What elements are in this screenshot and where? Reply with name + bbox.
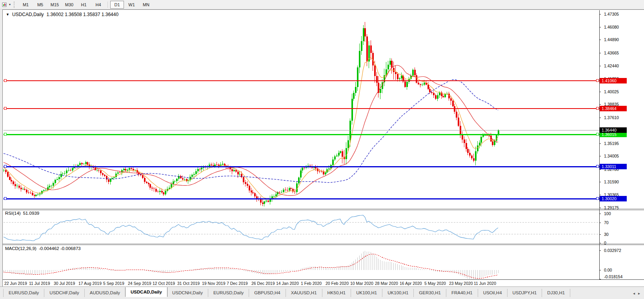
time-axis-label: 10 Mar 2020 (350, 281, 373, 286)
price-axis-label: 1.37610 (604, 115, 619, 120)
hline-handle[interactable] (4, 133, 7, 136)
timeframe-buttons: M1M5M15M30H1H4D1W1MN (19, 1, 153, 9)
timeframe-m1[interactable]: M1 (19, 1, 33, 9)
hline-handle[interactable] (596, 197, 599, 200)
price-axis-tick (599, 143, 601, 144)
panel-divider[interactable] (3, 243, 644, 244)
timeframe-m5[interactable]: M5 (33, 1, 47, 9)
rsi-axis-tick (599, 234, 601, 235)
rsi-series (4, 215, 599, 241)
panel-divider[interactable] (3, 210, 644, 210)
tab-eurusd-daily[interactable]: EURUSD,Daily (3, 289, 44, 297)
time-axis-label: 7 Dec 2019 (227, 281, 248, 286)
tab-gbpusd-h4[interactable]: GBPUSD,H4 (249, 289, 286, 297)
price-axis-label: 1.40025 (604, 89, 619, 94)
tab-uk100-h1[interactable]: UK100,H1 (382, 289, 414, 297)
macd-axis-label: -0.018154 (604, 274, 622, 279)
time-axis-label: 30 Jul 2019 (54, 281, 75, 286)
chart-pane: ▼ USDCAD,Daily 1.36002 1.36508 1.35837 1… (2, 9, 644, 287)
panel-divider[interactable] (3, 245, 644, 245)
hline-handle[interactable] (596, 79, 599, 82)
chevron-down-icon: ▾ (9, 3, 11, 6)
chart-menu-icon[interactable]: ▼ (6, 13, 9, 16)
macd-series (4, 251, 498, 279)
tab-usdcnh-daily[interactable]: USDCNH,Daily (167, 289, 208, 297)
price-axis-tick (599, 104, 601, 105)
time-axis-label: 24 Sep 2019 (128, 281, 151, 286)
time-axis-label: 26 Dec 2019 (251, 281, 275, 286)
toolbar-grip[interactable] (14, 2, 16, 8)
tab-audusd-daily[interactable]: AUDUSD,Daily (85, 289, 126, 297)
rsi-axis-label: 100 (604, 211, 611, 216)
tab-ger30-h1[interactable]: GER30,H1 (414, 289, 446, 297)
macd-name: MACD(12,26,9) (5, 246, 36, 251)
time-axis-label: 22 Jun 2019 (4, 281, 27, 286)
tab-xauusd-h1[interactable]: XAUUSD,H1 (286, 289, 322, 297)
macd-values: -0.004462 -0.006873 (39, 246, 81, 251)
timeframe-m30[interactable]: M30 (62, 1, 76, 9)
tab-uk100-h1[interactable]: UK100,H1 (351, 289, 382, 297)
mt4-terminal: ▾ M1M5M15M30H1H4D1W1MN ▼ USDCAD,Daily 1.… (0, 0, 644, 299)
tab-scroll-arrows: ◂ ▸ (633, 291, 644, 297)
time-axis-label: 16 Apr 2020 (400, 281, 422, 286)
hline-handle[interactable] (4, 107, 7, 110)
price-axis-tick (599, 92, 601, 92)
time-axis-label: 28 Mar 2020 (375, 281, 398, 286)
time-axis-label: 1 Feb 2020 (301, 281, 322, 286)
hline-handle[interactable] (4, 79, 7, 82)
hline-handle[interactable] (596, 133, 599, 136)
hline-handle[interactable] (4, 197, 7, 200)
timeframe-d1[interactable]: D1 (110, 1, 124, 9)
price-axis-tick (599, 169, 601, 170)
price-axis-tick (599, 14, 601, 14)
chart-icon (2, 2, 8, 7)
timeframe-h4[interactable]: H4 (91, 1, 105, 9)
tab-usdjpy-h1[interactable]: USDJPY,H1 (508, 289, 542, 297)
hline-handle[interactable] (4, 165, 7, 168)
rsi-axis-tick (599, 223, 601, 223)
hline-handle[interactable] (596, 107, 599, 110)
price-axis-tick (599, 66, 601, 66)
tab-scroll-right-icon[interactable]: ▸ (638, 291, 640, 295)
chart-symbol-title: USDCAD,Daily (12, 12, 44, 17)
tab-eurusd-daily[interactable]: EURUSD,Daily (208, 289, 249, 297)
tab-scroll-left-icon[interactable]: ◂ (633, 291, 635, 295)
tab-usoil-h4[interactable]: USOil,H4 (478, 289, 508, 297)
panel-divider[interactable] (3, 208, 644, 209)
price-axis-label: 1.44890 (604, 37, 619, 42)
chart-window: ▼ USDCAD,Daily 1.36002 1.36508 1.35837 1… (0, 9, 644, 286)
rsi-name: RSI(14) (5, 211, 21, 216)
rsi-axis-label: 70 (604, 220, 609, 225)
chart-ohlc-values: 1.36002 1.36508 1.35837 1.36440 (47, 12, 119, 17)
time-axis-label: 31 Oct 2019 (177, 281, 200, 286)
macd-axis-tick (599, 250, 601, 251)
tab-fra40-h1[interactable]: FRA40,H1 (446, 289, 478, 297)
macd-indicator-label: MACD(12,26,9) -0.004462 -0.006873 (5, 246, 81, 251)
time-axis-label: 14 Jan 2020 (276, 281, 299, 286)
timeframe-w1[interactable]: W1 (125, 1, 138, 9)
price-chart-canvas (3, 10, 644, 287)
timeframe-m15[interactable]: M15 (48, 1, 62, 9)
rsi-axis-label: 30 (604, 232, 609, 237)
new-chart-button[interactable]: ▾ (0, 1, 13, 9)
price-axis-tick (599, 156, 601, 156)
price-axis-label: 1.46080 (604, 25, 619, 29)
rsi-axis-tick (599, 214, 601, 214)
price-axis-separator (599, 10, 600, 280)
tab-usdcad-daily[interactable]: USDCAD,Daily (125, 287, 167, 297)
current-price-badge: 1.36440 (600, 127, 627, 133)
time-axis-label: 20 Feb 2020 (326, 281, 349, 286)
hline-handle[interactable] (596, 165, 599, 168)
timeframe-mn[interactable]: MN (139, 1, 153, 9)
symbol-tab-bar: EURUSD,DailyUSDCHF,DailyAUDUSD,DailyUSDC… (0, 286, 644, 297)
tab-usdchf-daily[interactable]: USDCHF,Daily (44, 289, 84, 297)
tab-dj30-h1[interactable]: DJ30,H1 (542, 289, 570, 297)
timeframe-h1[interactable]: H1 (77, 1, 91, 9)
moving-averages (4, 57, 498, 199)
time-axis-label: 5 May 2020 (424, 281, 446, 286)
toolbar-separator (107, 2, 108, 8)
rsi-indicator-label: RSI(14) 51.0939 (5, 211, 39, 216)
time-axis-label: 5 Sep 2019 (103, 281, 124, 286)
hline-price-badge: 1.30020 (600, 196, 627, 201)
tab-hk50-h1[interactable]: HK50,H1 (322, 289, 351, 297)
